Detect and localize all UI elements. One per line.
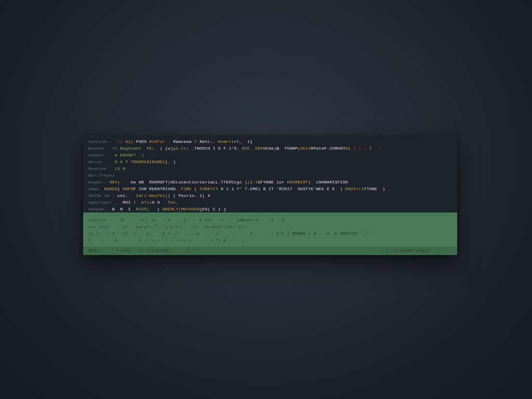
token: ; PODS (131, 139, 150, 144)
token: . (316, 231, 327, 236)
token: GFYNBE lor (258, 180, 287, 184)
token: +| Beghient (112, 146, 147, 151)
token: р: -0 r ..: · . ю . i .. . . . Е · . (147, 231, 276, 236)
token: 7. (194, 139, 200, 144)
status-left: RSS; + FNX (1 !IIUUIES:: F ! (88, 247, 198, 255)
token: OCGe|@ THAMP (263, 146, 298, 151)
token: be AB RADRGFT|UCLoceotlorceriaLL.TTEDCcg… (131, 180, 250, 184)
token: | (u) (160, 146, 174, 151)
token: FORATIT (200, 187, 218, 191)
token: санеет (88, 153, 115, 157)
token: Nerve (88, 159, 115, 164)
code-line[interactable]: санеет и EROGET 3 (83, 152, 457, 158)
token: ys·tr (173, 146, 187, 151)
token: 3 (136, 153, 144, 157)
token: FIRE (181, 187, 192, 191)
token: RatL:. (200, 139, 218, 144)
token: . (176, 200, 178, 205)
code-line[interactable]: сава. NOBED( DBFRF IOR RERATRIONS FIRE (… (83, 185, 457, 192)
token: LABoerr (237, 218, 256, 222)
token: DOUTrri (345, 187, 364, 191)
code-line[interactable]: Bounds +| Beghient FEs | (u)ys·tr; .TWOD… (83, 145, 457, 152)
token: KOURBIRY (287, 180, 309, 184)
token: иле Nebe (88, 224, 117, 229)
status-right: · 1 LIiDARE VVay3 . (380, 247, 452, 255)
token: yGEkS (298, 146, 311, 151)
token: Komrrt (218, 139, 234, 144)
token: Afil (141, 200, 152, 205)
code-area[interactable]: sanctum.. !| Gl; PODS MnRFor . Ramceea 7… (83, 135, 457, 212)
token: и EROGET (115, 153, 136, 157)
token: fr !. . ar. о: · в · . }· · b Sor t · (120, 218, 236, 222)
token: 3.. ·H ·3. (255, 218, 287, 222)
token: | LNONARISFISH (308, 180, 348, 184)
token: 1EOSE 30 (88, 193, 117, 198)
token: 0 1 1 T' T.EMEl B IT 'RIKIT SOSTYE'WEE E… (218, 187, 345, 191)
token: RPateP.COMONT (311, 146, 345, 151)
token: rr_ 1} (234, 139, 253, 144)
code-line[interactable]: sanctum.. !| Gl; PODS MnRFor . Ramceea 7… (83, 135, 457, 145)
token: HEV| (110, 180, 131, 184)
selection-region[interactable]: наслние: fr !. . ar. о: · в · . }· · b S… (83, 212, 457, 247)
token: [!s | BENGH ( 4 (276, 231, 316, 236)
token: NOBED (104, 187, 118, 191)
code-line-selected[interactable]: иле Nebe - ur auror+.": 1 м п:;- 「о·. fв… (83, 223, 457, 230)
code-line[interactable]: аворан- B N I RIGS) ( BRERLY(MEFDOUNjES(… (83, 206, 457, 212)
token: !| (117, 139, 125, 144)
code-line-selected[interactable]: O I Б. п .· о г + - --== , - i fr в :! : (83, 237, 457, 244)
token: RIGS) (136, 207, 150, 211)
token: [ ! (353, 146, 364, 151)
token: BRERLY(MEFDOUN (163, 207, 200, 211)
code-line[interactable]: модил-. HEV| be AB RADRGFT|UCLoceotlorce… (83, 179, 457, 185)
token: Nuceine (88, 166, 115, 171)
token: FE (147, 146, 152, 151)
token: аворан- (88, 207, 112, 211)
code-line[interactable]: Nuceine L5 И (83, 165, 457, 172)
token: Bounds (88, 146, 112, 151)
token: ( (192, 187, 200, 191)
status-bar: RSS; + FNX (1 !IIUUIES:: F ! · 1 LIiDARE… (83, 247, 457, 255)
token: · (377, 146, 380, 151)
token: §·1 (250, 180, 258, 184)
code-line-selected[interactable]: ме D · L D ЕЕ Е р: -0 r ..: · . ю . i ..… (83, 230, 457, 237)
token: G H (152, 200, 168, 205)
token: F IOR RERATRIONS (134, 187, 181, 191)
token: модил-. (88, 180, 110, 184)
code-line[interactable]: 1EOSE 30 cel. Cari:Weufel(| ( Peorin. 1|… (83, 192, 457, 199)
token: и Е IRIRIGT . ! (327, 231, 369, 236)
token: звестовет (88, 200, 123, 205)
token: Nor:Trouns (88, 173, 117, 178)
code-line[interactable]: звестовет MOI ! AfilG H fev. (83, 199, 457, 206)
token: Ramceea (173, 139, 194, 144)
token: L5 И (115, 166, 125, 171)
code-line[interactable]: Nor:Trouns (83, 172, 457, 179)
token: | ( Peorin. 1| 4 (168, 193, 210, 198)
token: . (364, 146, 369, 151)
token: fev (168, 200, 176, 205)
token: сава. (88, 187, 104, 191)
token: O I (88, 238, 104, 243)
token: G # T (115, 159, 131, 164)
token: s (152, 146, 159, 151)
token: cel. (117, 193, 136, 198)
code-line[interactable]: Nerve G # T TRODRENIBUREC(. ) (83, 158, 457, 165)
token: sanctum.. (88, 139, 117, 144)
code-line-selected[interactable]: наслние: fr !. . ar. о: · в · . }· · b S… (83, 214, 457, 223)
token: B N I (112, 207, 136, 211)
token: - ur auror+.": 1 м п:;- 「о·. fв.abur ret… (117, 224, 246, 229)
token: I (369, 146, 377, 151)
token: Gl (125, 139, 130, 144)
token: jES( C i j (200, 207, 226, 211)
token: TRODRENIBUREC (131, 159, 165, 164)
token: MOI ! (123, 200, 141, 205)
token: Cari:Weufel( (136, 193, 168, 198)
token: наслние: (88, 218, 120, 222)
token: ( (117, 187, 123, 191)
token: ; .TWODCH I 5 F 1'S. (187, 146, 242, 151)
token: Wl (345, 146, 353, 151)
token: DBFR (123, 187, 133, 191)
token: TTONE ) (364, 187, 385, 191)
token: (. ) (165, 159, 176, 164)
code-editor-panel[interactable]: sanctum.. !| Gl; PODS MnRFor . Ramceea 7… (83, 135, 457, 255)
token: MnRFor . (149, 139, 173, 144)
